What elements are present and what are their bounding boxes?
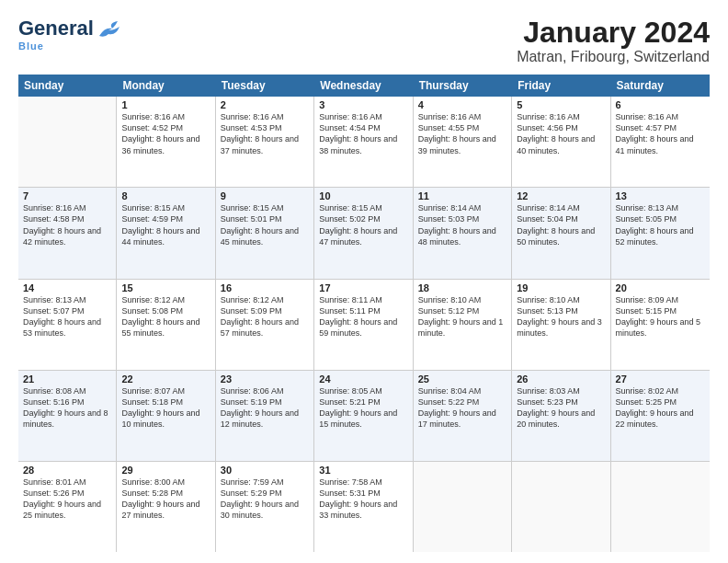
day-number: 19 bbox=[517, 282, 605, 293]
day-number: 12 bbox=[517, 190, 605, 201]
page: General Blue January 2024 Matran, Fribou… bbox=[0, 0, 728, 563]
day-number: 26 bbox=[517, 373, 605, 385]
calendar-cell: 7Sunrise: 8:16 AM Sunset: 4:58 PM Daylig… bbox=[18, 188, 117, 278]
calendar-cell: 4Sunrise: 8:16 AM Sunset: 4:55 PM Daylig… bbox=[414, 97, 512, 187]
day-info: Sunrise: 8:10 AM Sunset: 5:13 PM Dayligh… bbox=[517, 294, 605, 339]
day-number: 11 bbox=[418, 190, 506, 201]
calendar-cell: 14Sunrise: 8:13 AM Sunset: 5:07 PM Dayli… bbox=[18, 280, 117, 370]
calendar-week-1: 1Sunrise: 8:16 AM Sunset: 4:52 PM Daylig… bbox=[18, 97, 710, 188]
logo: General Blue bbox=[18, 17, 121, 52]
calendar-cell: 29Sunrise: 8:00 AM Sunset: 5:28 PM Dayli… bbox=[117, 462, 215, 552]
calendar-cell: 2Sunrise: 8:16 AM Sunset: 4:53 PM Daylig… bbox=[216, 97, 314, 187]
calendar-cell: 26Sunrise: 8:03 AM Sunset: 5:23 PM Dayli… bbox=[512, 371, 610, 461]
day-number: 30 bbox=[221, 465, 309, 476]
day-info: Sunrise: 8:08 AM Sunset: 5:16 PM Dayligh… bbox=[23, 385, 111, 431]
day-number: 25 bbox=[418, 373, 506, 385]
day-info: Sunrise: 8:13 AM Sunset: 5:05 PM Dayligh… bbox=[616, 202, 705, 247]
day-info: Sunrise: 8:11 AM Sunset: 5:11 PM Dayligh… bbox=[319, 294, 407, 339]
logo-general: General bbox=[18, 17, 94, 40]
calendar-cell: 16Sunrise: 8:12 AM Sunset: 5:09 PM Dayli… bbox=[216, 280, 314, 370]
calendar-cell: 11Sunrise: 8:14 AM Sunset: 5:03 PM Dayli… bbox=[414, 188, 512, 278]
day-info: Sunrise: 7:58 AM Sunset: 5:31 PM Dayligh… bbox=[319, 477, 407, 522]
calendar-cell: 25Sunrise: 8:04 AM Sunset: 5:22 PM Dayli… bbox=[414, 371, 512, 461]
calendar-cell: 6Sunrise: 8:16 AM Sunset: 4:57 PM Daylig… bbox=[611, 97, 710, 187]
day-info: Sunrise: 8:13 AM Sunset: 5:07 PM Dayligh… bbox=[23, 294, 111, 339]
calendar-cell: 3Sunrise: 8:16 AM Sunset: 4:54 PM Daylig… bbox=[314, 97, 413, 187]
calendar-header: Sunday Monday Tuesday Wednesday Thursday… bbox=[18, 75, 710, 97]
header-thursday: Thursday bbox=[414, 75, 512, 97]
day-info: Sunrise: 8:05 AM Sunset: 5:21 PM Dayligh… bbox=[319, 385, 407, 431]
calendar-cell: 27Sunrise: 8:02 AM Sunset: 5:25 PM Dayli… bbox=[611, 371, 710, 461]
day-info: Sunrise: 8:10 AM Sunset: 5:12 PM Dayligh… bbox=[418, 294, 506, 339]
header-saturday: Saturday bbox=[611, 75, 710, 97]
calendar-cell: 9Sunrise: 8:15 AM Sunset: 5:01 PM Daylig… bbox=[216, 188, 314, 278]
header-tuesday: Tuesday bbox=[216, 75, 314, 97]
day-number: 4 bbox=[418, 99, 506, 110]
day-info: Sunrise: 8:12 AM Sunset: 5:09 PM Dayligh… bbox=[221, 294, 309, 339]
logo-blue-label: Blue bbox=[18, 40, 121, 52]
day-info: Sunrise: 8:16 AM Sunset: 4:56 PM Dayligh… bbox=[517, 111, 605, 156]
day-number: 6 bbox=[616, 99, 705, 110]
day-number: 14 bbox=[23, 282, 111, 293]
calendar-cell: 20Sunrise: 8:09 AM Sunset: 5:15 PM Dayli… bbox=[611, 280, 710, 370]
page-subtitle: Matran, Fribourg, Switzerland bbox=[517, 49, 710, 65]
calendar: Sunday Monday Tuesday Wednesday Thursday… bbox=[18, 75, 710, 552]
logo-bird-icon bbox=[96, 19, 121, 40]
day-number: 18 bbox=[418, 282, 506, 293]
calendar-cell: 8Sunrise: 8:15 AM Sunset: 4:59 PM Daylig… bbox=[117, 188, 215, 278]
day-number: 10 bbox=[319, 190, 407, 201]
day-number: 17 bbox=[319, 282, 407, 293]
day-number: 1 bbox=[121, 99, 210, 110]
day-number: 20 bbox=[616, 282, 705, 293]
day-info: Sunrise: 8:16 AM Sunset: 4:55 PM Dayligh… bbox=[418, 111, 506, 156]
day-number: 21 bbox=[23, 373, 111, 385]
calendar-cell: 19Sunrise: 8:10 AM Sunset: 5:13 PM Dayli… bbox=[512, 280, 610, 370]
day-info: Sunrise: 7:59 AM Sunset: 5:29 PM Dayligh… bbox=[221, 477, 309, 522]
header: General Blue January 2024 Matran, Fribou… bbox=[18, 17, 710, 65]
calendar-cell: 15Sunrise: 8:12 AM Sunset: 5:08 PM Dayli… bbox=[117, 280, 215, 370]
page-title: January 2024 bbox=[517, 17, 710, 49]
day-number: 24 bbox=[319, 373, 407, 385]
day-number: 9 bbox=[221, 190, 309, 201]
day-info: Sunrise: 8:15 AM Sunset: 5:02 PM Dayligh… bbox=[319, 202, 407, 247]
calendar-cell: 23Sunrise: 8:06 AM Sunset: 5:19 PM Dayli… bbox=[216, 371, 314, 461]
day-info: Sunrise: 8:16 AM Sunset: 4:58 PM Dayligh… bbox=[23, 202, 111, 247]
title-block: January 2024 Matran, Fribourg, Switzerla… bbox=[517, 17, 710, 65]
day-number: 31 bbox=[319, 465, 407, 476]
calendar-cell: 24Sunrise: 8:05 AM Sunset: 5:21 PM Dayli… bbox=[314, 371, 413, 461]
day-info: Sunrise: 8:06 AM Sunset: 5:19 PM Dayligh… bbox=[221, 385, 309, 431]
calendar-cell: 12Sunrise: 8:14 AM Sunset: 5:04 PM Dayli… bbox=[512, 188, 610, 278]
day-number: 7 bbox=[23, 190, 111, 201]
calendar-cell bbox=[414, 462, 512, 552]
day-info: Sunrise: 8:12 AM Sunset: 5:08 PM Dayligh… bbox=[121, 294, 210, 339]
day-number: 8 bbox=[121, 190, 210, 201]
day-info: Sunrise: 8:16 AM Sunset: 4:52 PM Dayligh… bbox=[121, 111, 210, 156]
day-info: Sunrise: 8:15 AM Sunset: 4:59 PM Dayligh… bbox=[121, 202, 210, 247]
day-number: 15 bbox=[121, 282, 210, 293]
day-info: Sunrise: 8:16 AM Sunset: 4:54 PM Dayligh… bbox=[319, 111, 407, 156]
calendar-week-3: 14Sunrise: 8:13 AM Sunset: 5:07 PM Dayli… bbox=[18, 280, 710, 371]
calendar-cell: 18Sunrise: 8:10 AM Sunset: 5:12 PM Dayli… bbox=[414, 280, 512, 370]
calendar-week-4: 21Sunrise: 8:08 AM Sunset: 5:16 PM Dayli… bbox=[18, 371, 710, 462]
calendar-cell: 22Sunrise: 8:07 AM Sunset: 5:18 PM Dayli… bbox=[117, 371, 215, 461]
header-monday: Monday bbox=[117, 75, 215, 97]
day-number: 3 bbox=[319, 99, 407, 110]
header-sunday: Sunday bbox=[18, 75, 117, 97]
calendar-cell bbox=[611, 462, 710, 552]
header-friday: Friday bbox=[512, 75, 610, 97]
calendar-week-2: 7Sunrise: 8:16 AM Sunset: 4:58 PM Daylig… bbox=[18, 188, 710, 279]
calendar-cell: 5Sunrise: 8:16 AM Sunset: 4:56 PM Daylig… bbox=[512, 97, 610, 187]
calendar-cell: 17Sunrise: 8:11 AM Sunset: 5:11 PM Dayli… bbox=[314, 280, 413, 370]
day-info: Sunrise: 8:02 AM Sunset: 5:25 PM Dayligh… bbox=[616, 385, 705, 431]
day-info: Sunrise: 8:14 AM Sunset: 5:03 PM Dayligh… bbox=[418, 202, 506, 247]
day-info: Sunrise: 8:09 AM Sunset: 5:15 PM Dayligh… bbox=[616, 294, 705, 339]
calendar-cell: 30Sunrise: 7:59 AM Sunset: 5:29 PM Dayli… bbox=[216, 462, 314, 552]
calendar-week-5: 28Sunrise: 8:01 AM Sunset: 5:26 PM Dayli… bbox=[18, 462, 710, 552]
calendar-cell bbox=[512, 462, 610, 552]
calendar-cell: 28Sunrise: 8:01 AM Sunset: 5:26 PM Dayli… bbox=[18, 462, 117, 552]
calendar-cell: 21Sunrise: 8:08 AM Sunset: 5:16 PM Dayli… bbox=[18, 371, 117, 461]
day-number: 2 bbox=[221, 99, 309, 110]
day-info: Sunrise: 8:16 AM Sunset: 4:57 PM Dayligh… bbox=[616, 111, 705, 156]
day-number: 16 bbox=[221, 282, 309, 293]
day-number: 13 bbox=[616, 190, 705, 201]
